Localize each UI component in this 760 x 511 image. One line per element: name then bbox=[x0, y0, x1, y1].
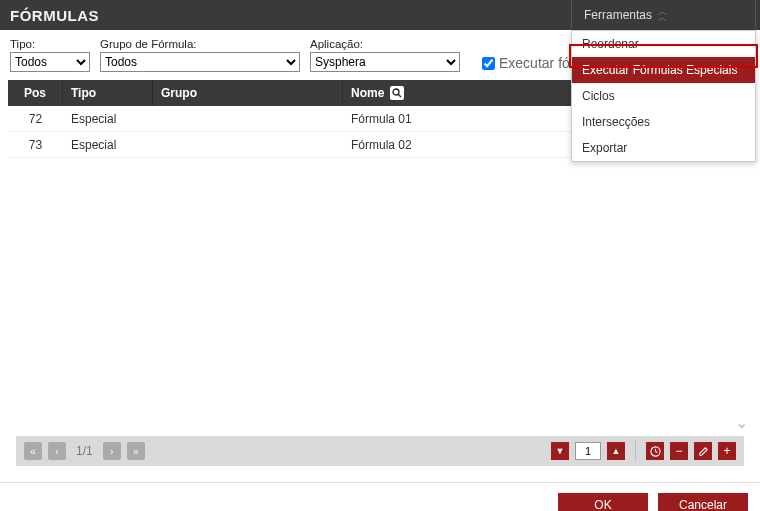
svg-point-0 bbox=[393, 89, 399, 95]
cell-tipo: Especial bbox=[63, 112, 153, 126]
tools-item-reordenar[interactable]: Reordenar bbox=[572, 31, 755, 57]
tools-item-executar-formulas-especiais[interactable]: Executar Fórmulas Especiais bbox=[572, 57, 755, 83]
edit-icon[interactable] bbox=[694, 442, 712, 460]
cell-tipo: Especial bbox=[63, 138, 153, 152]
tools-dropdown: Reordenar Executar Fórmulas Especiais Ci… bbox=[571, 30, 756, 162]
col-header-tipo[interactable]: Tipo bbox=[63, 80, 153, 106]
page-up-button[interactable]: ▲ bbox=[607, 442, 625, 460]
minus-icon[interactable]: − bbox=[670, 442, 688, 460]
tools-tab[interactable]: Ferramentas ︿︿ bbox=[571, 0, 756, 30]
page-down-button[interactable]: ▼ bbox=[551, 442, 569, 460]
plus-icon[interactable]: + bbox=[718, 442, 736, 460]
run-order-checkbox[interactable] bbox=[482, 57, 495, 70]
divider bbox=[635, 441, 636, 461]
chevron-up-icon: ︿︿ bbox=[658, 9, 668, 21]
cell-pos: 72 bbox=[8, 112, 63, 126]
select-app[interactable]: Sysphera bbox=[310, 52, 460, 72]
select-tipo[interactable]: Todos bbox=[10, 52, 90, 72]
clock-icon[interactable] bbox=[646, 442, 664, 460]
cell-pos: 73 bbox=[8, 138, 63, 152]
page-input[interactable] bbox=[575, 442, 601, 460]
page-title: FÓRMULAS bbox=[10, 7, 99, 24]
col-header-grupo[interactable]: Grupo bbox=[153, 80, 343, 106]
pager-first[interactable]: « bbox=[24, 442, 42, 460]
tools-tab-label: Ferramentas bbox=[584, 8, 652, 22]
pager-text: 1/1 bbox=[76, 444, 93, 458]
label-app: Aplicação: bbox=[310, 38, 460, 50]
pager-last[interactable]: » bbox=[127, 442, 145, 460]
tools-item-interseccoes[interactable]: Intersecções bbox=[572, 109, 755, 135]
footer-bar: OK Cancelar bbox=[0, 482, 760, 511]
pager-bar: « ‹ 1/1 › » ▼ ▲ − + bbox=[16, 436, 744, 466]
search-icon[interactable] bbox=[390, 86, 404, 100]
chevron-down-icon: ⌄ bbox=[735, 413, 748, 432]
header-bar: FÓRMULAS Ferramentas ︿︿ bbox=[0, 0, 760, 30]
tools-item-exportar[interactable]: Exportar bbox=[572, 135, 755, 161]
pager-prev[interactable]: ‹ bbox=[48, 442, 66, 460]
col-header-nome-label: Nome bbox=[351, 86, 384, 100]
cancel-button[interactable]: Cancelar bbox=[658, 493, 748, 511]
select-grupo[interactable]: Todos bbox=[100, 52, 300, 72]
svg-line-4 bbox=[655, 451, 657, 452]
label-grupo: Grupo de Fórmula: bbox=[100, 38, 300, 50]
label-tipo: Tipo: bbox=[10, 38, 90, 50]
ok-button[interactable]: OK bbox=[558, 493, 648, 511]
tools-item-ciclos[interactable]: Ciclos bbox=[572, 83, 755, 109]
svg-line-1 bbox=[399, 94, 402, 97]
col-header-pos[interactable]: Pos bbox=[8, 80, 63, 106]
pager-next[interactable]: › bbox=[103, 442, 121, 460]
